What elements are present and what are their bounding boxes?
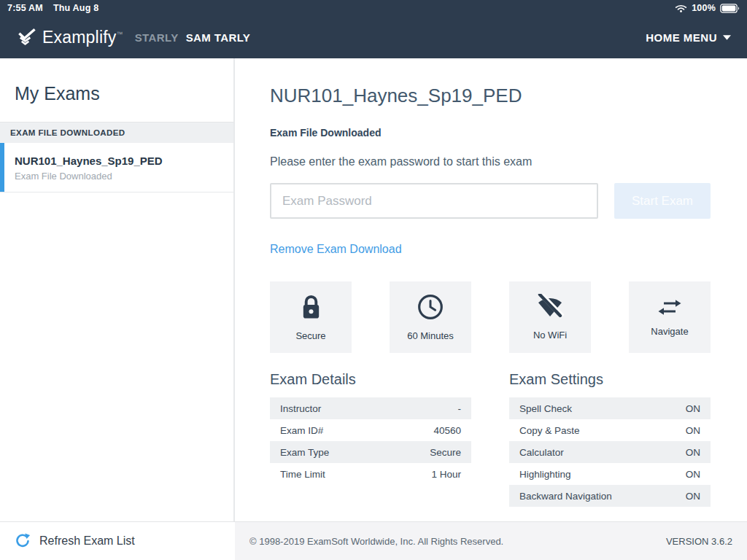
examplify-logo-icon: [16, 28, 36, 47]
refresh-exam-list-button[interactable]: Refresh Exam List: [0, 522, 235, 560]
wifi-status-icon: [675, 4, 687, 13]
navigate-icon: [657, 298, 683, 316]
lock-icon: [299, 294, 323, 321]
clock-icon: [417, 293, 444, 321]
badge-label: 60 Minutes: [407, 330, 454, 341]
battery-percent: 100%: [692, 3, 716, 13]
table-row: Exam ID# 40560: [270, 419, 471, 441]
battery-icon: [720, 4, 740, 13]
exam-list-sidebar: My Exams EXAM FILE DOWNLOADED NUR101_Hay…: [0, 58, 235, 521]
chevron-down-icon: [723, 35, 731, 40]
row-label: Backward Navigation: [519, 491, 612, 502]
row-value: ON: [686, 403, 700, 414]
version-text: VERSION 3.6.2: [666, 536, 732, 547]
table-row: Spell Check ON: [509, 397, 711, 419]
status-bar: 7:55 AM Thu Aug 8 100%: [0, 0, 747, 16]
exam-item-status: Exam File Downloaded: [15, 171, 219, 182]
copyright-text: © 1998-2019 ExamSoft Worldwide, Inc. All…: [249, 536, 503, 547]
row-label: Highlighting: [519, 469, 571, 480]
exam-list-item[interactable]: NUR101_Haynes_Sp19_PED Exam File Downloa…: [0, 143, 233, 192]
row-label: Instructor: [280, 403, 321, 414]
trademark-symbol: ™: [117, 31, 123, 38]
exam-item-name: NUR101_Haynes_Sp19_PED: [15, 155, 219, 167]
user-name: SAM TARLY: [186, 31, 251, 44]
footer: Refresh Exam List © 1998-2019 ExamSoft W…: [0, 521, 747, 560]
exam-details-heading: Exam Details: [270, 371, 471, 388]
password-prompt: Please enter the exam password to start …: [270, 155, 711, 168]
app-header: Examplify™ STARLY SAM TARLY HOME MENU: [0, 16, 747, 58]
row-value: ON: [686, 491, 700, 502]
row-value: -: [458, 403, 462, 414]
exam-title: NUR101_Haynes_Sp19_PED: [270, 85, 711, 107]
exam-password-input[interactable]: [270, 183, 598, 219]
badge-label: Secure: [295, 330, 325, 341]
badge-label: No WiFi: [533, 330, 567, 341]
table-row: Calculator ON: [509, 441, 711, 463]
no-wifi-badge: No WiFi: [509, 281, 591, 353]
start-exam-button[interactable]: Start Exam: [614, 183, 711, 219]
exam-details-table: Exam Details Instructor - Exam ID# 40560…: [270, 371, 471, 507]
selected-accent-bar: [0, 143, 4, 192]
row-label: Time Limit: [280, 469, 325, 480]
org-name: STARLY: [135, 31, 179, 44]
home-menu-button[interactable]: HOME MENU: [646, 31, 731, 44]
home-menu-label: HOME MENU: [646, 31, 717, 44]
refresh-icon: [15, 533, 31, 549]
row-value: Secure: [430, 447, 461, 458]
row-value: ON: [686, 469, 700, 480]
exam-file-status: Exam File Downloaded: [270, 127, 711, 139]
row-label: Exam Type: [280, 447, 329, 458]
refresh-label: Refresh Exam List: [39, 534, 135, 548]
row-label: Exam ID#: [280, 425, 323, 436]
table-row: Backward Navigation ON: [509, 485, 711, 507]
navigate-badge: Navigate: [629, 281, 711, 353]
secure-badge: Secure: [270, 281, 352, 353]
exam-detail-panel: NUR101_Haynes_Sp19_PED Exam File Downloa…: [235, 58, 747, 521]
remove-exam-download-link[interactable]: Remove Exam Download: [270, 243, 402, 256]
row-value: ON: [686, 425, 700, 436]
badge-label: Navigate: [651, 326, 688, 337]
sidebar-title: My Exams: [0, 58, 233, 122]
time-limit-badge: 60 Minutes: [390, 281, 471, 353]
row-value: 1 Hour: [431, 469, 461, 480]
row-label: Calculator: [519, 447, 564, 458]
row-label: Copy & Paste: [519, 425, 580, 436]
table-row: Highlighting ON: [509, 463, 711, 485]
exam-badge-tiles: Secure 60 Minutes: [270, 281, 711, 353]
exam-section-header: EXAM FILE DOWNLOADED: [0, 122, 233, 143]
exam-settings-heading: Exam Settings: [509, 371, 711, 388]
row-value: ON: [686, 447, 700, 458]
table-row: Copy & Paste ON: [509, 419, 711, 441]
logo-wordmark: Examplify™: [42, 28, 123, 47]
clock-date: Thu Aug 8: [53, 3, 98, 13]
no-wifi-icon: [535, 294, 565, 320]
examplify-logo: Examplify™: [16, 28, 123, 47]
table-row: Instructor -: [270, 397, 471, 419]
table-row: Exam Type Secure: [270, 441, 471, 463]
exam-settings-table: Exam Settings Spell Check ON Copy & Past…: [509, 371, 711, 507]
clock-time: 7:55 AM: [7, 3, 43, 13]
row-value: 40560: [433, 425, 461, 436]
row-label: Spell Check: [519, 403, 572, 414]
table-row: Time Limit 1 Hour: [270, 463, 471, 485]
